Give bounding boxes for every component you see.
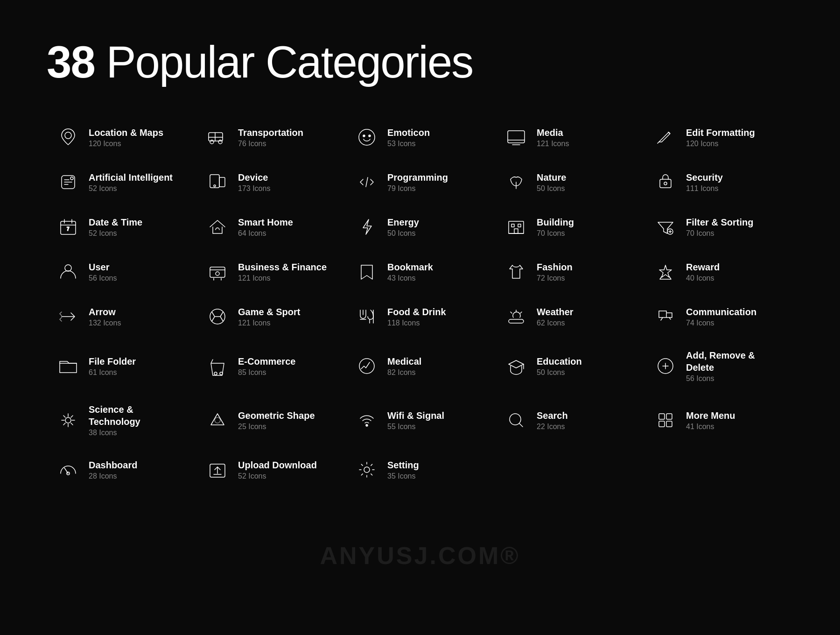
category-text-user: User 56 Icons xyxy=(89,261,117,282)
category-text-add-remove-delete: Add, Remove & Delete 56 Icons xyxy=(686,349,784,383)
category-item-upload-download[interactable]: Upload Download 52 Icons xyxy=(196,447,345,492)
category-item-emoticon[interactable]: Emoticon 53 Icons xyxy=(345,115,495,160)
category-text-nature: Nature 50 Icons xyxy=(537,171,566,193)
edit-icon xyxy=(653,125,678,149)
svg-point-6 xyxy=(369,135,371,137)
category-name-science-technology: Science & Technology xyxy=(89,403,187,428)
category-text-geometric-shape: Geometric Shape 25 Icons xyxy=(238,409,315,431)
ecommerce-icon xyxy=(205,354,230,378)
category-count-energy: 50 Icons xyxy=(387,229,419,238)
category-item-programming[interactable]: Programming 79 Icons xyxy=(345,160,495,205)
category-item-add-remove-delete[interactable]: Add, Remove & Delete 56 Icons xyxy=(644,339,793,393)
category-text-location-maps: Location & Maps 120 Icons xyxy=(89,127,163,148)
category-name-upload-download: Upload Download xyxy=(238,459,317,471)
category-text-communication: Communication 74 Icons xyxy=(686,306,756,327)
category-name-fashion: Fashion xyxy=(537,261,573,273)
category-item-artificial-intelligent[interactable]: Artificial Intelligent 52 Icons xyxy=(47,160,196,205)
category-item-wifi-signal[interactable]: Wifi & Signal 55 Icons xyxy=(345,393,495,447)
search-icon xyxy=(504,408,528,432)
category-item-food-drink[interactable]: Food & Drink 118 Icons xyxy=(345,294,495,339)
category-text-bookmark: Bookmark 43 Icons xyxy=(387,261,433,282)
category-name-energy: Energy xyxy=(387,216,419,228)
category-item-user[interactable]: User 56 Icons xyxy=(47,249,196,294)
category-item-nature[interactable]: Nature 50 Icons xyxy=(495,160,644,205)
category-text-medical: Medical 82 Icons xyxy=(387,355,421,377)
category-text-smart-home: Smart Home 64 Icons xyxy=(238,216,293,238)
category-item-search[interactable]: Search 22 Icons xyxy=(495,393,644,447)
svg-point-30 xyxy=(65,417,71,423)
category-item-file-folder[interactable]: File Folder 61 Icons xyxy=(47,339,196,393)
category-count-security: 111 Icons xyxy=(686,184,723,193)
category-item-device[interactable]: Device 173 Icons xyxy=(196,160,345,205)
category-text-filter-sorting: Filter & Sorting 70 Icons xyxy=(686,216,753,238)
category-item-date-time[interactable]: 7 Date & Time 52 Icons xyxy=(47,205,196,249)
category-name-more-menu: More Menu xyxy=(686,409,735,422)
media-icon xyxy=(504,125,528,149)
device-icon xyxy=(205,170,230,194)
category-item-transportation[interactable]: Transportation 76 Icons xyxy=(196,115,345,160)
category-item-edit-formatting[interactable]: Edit Formatting 120 Icons xyxy=(644,115,793,160)
category-item-security[interactable]: Security 111 Icons xyxy=(644,160,793,205)
category-name-media: Media xyxy=(537,127,569,139)
category-count-dashboard: 28 Icons xyxy=(89,472,137,480)
category-item-science-technology[interactable]: Science & Technology 38 Icons xyxy=(47,393,196,447)
category-name-weather: Weather xyxy=(537,306,574,318)
svg-point-32 xyxy=(215,417,220,423)
category-item-communication[interactable]: Communication 74 Icons xyxy=(644,294,793,339)
category-item-business-finance[interactable]: Business & Finance 121 Icons xyxy=(196,249,345,294)
category-item-geometric-shape[interactable]: Geometric Shape 25 Icons xyxy=(196,393,345,447)
transportation-icon xyxy=(205,125,230,149)
category-item-game-sport[interactable]: Game & Sport 121 Icons xyxy=(196,294,345,339)
category-name-dashboard: Dashboard xyxy=(89,459,137,471)
category-item-setting[interactable]: Setting 35 Icons xyxy=(345,447,495,492)
category-item-education[interactable]: Education 50 Icons xyxy=(495,339,644,393)
category-item-energy[interactable]: Energy 50 Icons xyxy=(345,205,495,249)
category-item-filter-sorting[interactable]: Filter & Sorting 70 Icons xyxy=(644,205,793,249)
arrow-icon xyxy=(56,304,80,329)
geometric-icon xyxy=(205,408,230,432)
svg-point-22 xyxy=(65,265,71,271)
category-item-smart-home[interactable]: Smart Home 64 Icons xyxy=(196,205,345,249)
setting-icon xyxy=(355,458,379,482)
category-item-arrow[interactable]: Arrow 132 Icons xyxy=(47,294,196,339)
smarthome-icon xyxy=(205,215,230,239)
category-text-date-time: Date & Time 52 Icons xyxy=(89,216,142,238)
svg-rect-18 xyxy=(511,224,514,227)
datetime-icon: 7 xyxy=(56,215,80,239)
category-item-reward[interactable]: Reward 40 Icons xyxy=(644,249,793,294)
category-name-programming: Programming xyxy=(387,171,448,183)
category-count-geometric-shape: 25 Icons xyxy=(238,423,315,431)
svg-rect-17 xyxy=(509,221,524,233)
category-count-arrow: 132 Icons xyxy=(89,319,121,327)
category-count-game-sport: 121 Icons xyxy=(238,319,300,327)
category-item-dashboard[interactable]: Dashboard 28 Icons xyxy=(47,447,196,492)
category-name-communication: Communication xyxy=(686,306,756,318)
category-name-geometric-shape: Geometric Shape xyxy=(238,409,315,422)
category-item-fashion[interactable]: Fashion 72 Icons xyxy=(495,249,644,294)
reward-icon xyxy=(653,260,678,284)
category-item-location-maps[interactable]: Location & Maps 120 Icons xyxy=(47,115,196,160)
svg-point-14 xyxy=(664,182,667,185)
category-name-date-time: Date & Time xyxy=(89,216,142,228)
category-text-transportation: Transportation 76 Icons xyxy=(238,127,303,148)
category-name-security: Security xyxy=(686,171,723,183)
category-item-ecommerce[interactable]: E-Commerce 85 Icons xyxy=(196,339,345,393)
category-name-food-drink: Food & Drink xyxy=(387,306,446,318)
category-item-more-menu[interactable]: More Menu 41 Icons xyxy=(644,393,793,447)
svg-rect-35 xyxy=(659,414,665,419)
category-item-media[interactable]: Media 121 Icons xyxy=(495,115,644,160)
category-name-location-maps: Location & Maps xyxy=(89,127,163,139)
category-text-search: Search 22 Icons xyxy=(537,409,568,431)
category-item-medical[interactable]: Medical 82 Icons xyxy=(345,339,495,393)
svg-point-12 xyxy=(214,185,216,187)
category-item-weather[interactable]: Weather 62 Icons xyxy=(495,294,644,339)
category-count-weather: 62 Icons xyxy=(537,319,574,327)
category-count-science-technology: 38 Icons xyxy=(89,429,187,437)
category-item-building[interactable]: Building 70 Icons xyxy=(495,205,644,249)
food-icon xyxy=(355,304,379,329)
user-icon xyxy=(56,260,80,284)
wifi-icon xyxy=(355,408,379,432)
category-item-bookmark[interactable]: Bookmark 43 Icons xyxy=(345,249,495,294)
fashion-icon xyxy=(504,260,528,284)
energy-icon xyxy=(355,215,379,239)
